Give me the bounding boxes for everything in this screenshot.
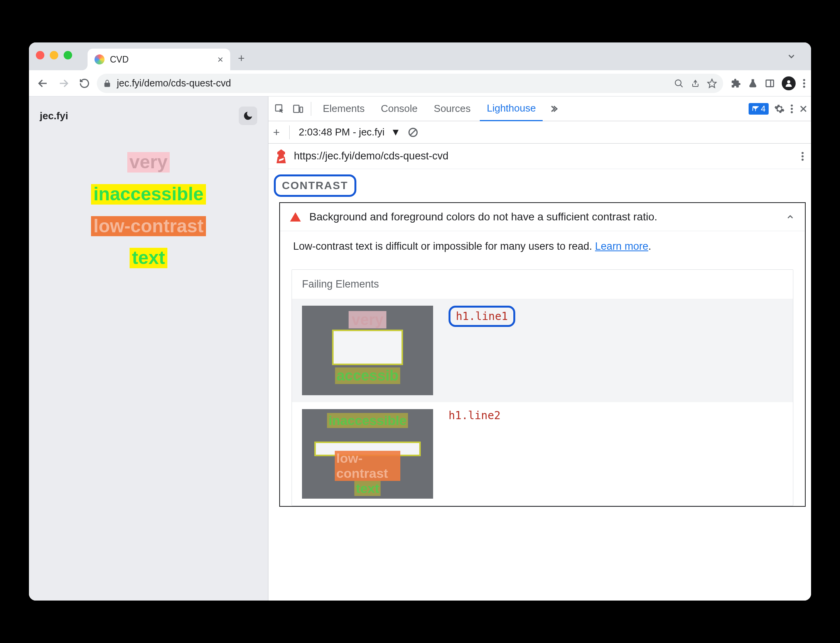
profile-avatar[interactable]: [782, 76, 796, 90]
address-bar[interactable]: jec.fyi/demo/cds-quest-cvd: [97, 74, 723, 93]
svg-point-16: [791, 111, 793, 113]
favicon-icon: [94, 54, 105, 64]
element-thumbnail: inaccessible low-contrast text: [302, 409, 433, 499]
forward-button[interactable]: [55, 75, 72, 92]
failing-elements-box: Failing Elements very accessib h1.line1 …: [292, 269, 793, 506]
audit-card: Background and foreground colors do not …: [279, 202, 806, 507]
device-toolbar-icon[interactable]: [290, 101, 306, 117]
more-tabs-icon[interactable]: [545, 104, 562, 113]
svg-rect-5: [766, 80, 774, 86]
dark-mode-toggle[interactable]: [239, 107, 257, 125]
collapse-chevron-icon[interactable]: [786, 212, 795, 222]
demo-line-4: text: [130, 248, 167, 268]
element-thumbnail: very accessib: [302, 306, 433, 395]
failing-elements-header: Failing Elements: [292, 270, 793, 299]
url-text: jec.fyi/demo/cds-quest-cvd: [117, 78, 668, 89]
devtools-tabbar: Elements Console Sources Lighthouse 4: [268, 96, 811, 121]
dropdown-caret-icon: ▼: [391, 126, 401, 138]
report-timestamp: 2:03:48 PM - jec.fyi: [299, 126, 385, 138]
element-selector: h1.line2: [449, 409, 501, 422]
share-icon[interactable]: [691, 79, 700, 88]
close-tab-icon[interactable]: ×: [218, 54, 223, 66]
svg-point-8: [803, 79, 805, 81]
failing-element-row[interactable]: very accessib h1.line1: [292, 299, 793, 402]
svg-point-7: [787, 80, 790, 83]
svg-marker-4: [708, 79, 716, 88]
svg-point-22: [801, 152, 803, 154]
minimize-window-button[interactable]: [50, 51, 58, 59]
page-title: jec.fyi: [40, 110, 68, 122]
svg-rect-13: [300, 107, 303, 112]
extension-icons: [731, 76, 806, 90]
tab-title: CVD: [110, 54, 212, 65]
failing-element-row[interactable]: inaccessible low-contrast text h1.line2: [292, 402, 793, 506]
lighthouse-url-row: https://jec.fyi/demo/cds-quest-cvd: [268, 144, 811, 169]
warning-triangle-icon: [290, 212, 301, 222]
svg-rect-12: [293, 105, 299, 112]
content-area: jec.fyi very inaccessible low-contrast t…: [29, 96, 811, 601]
svg-rect-21: [278, 154, 284, 157]
svg-point-23: [801, 155, 803, 157]
learn-more-link[interactable]: Learn more: [595, 240, 648, 252]
tab-lighthouse[interactable]: Lighthouse: [480, 96, 543, 121]
panel-icon[interactable]: [765, 78, 775, 88]
tab-console[interactable]: Console: [374, 96, 424, 121]
inspect-element-icon[interactable]: [272, 101, 288, 117]
devtools-menu-icon[interactable]: [790, 104, 793, 114]
report-dropdown[interactable]: 2:03:48 PM - jec.fyi ▼: [299, 126, 401, 138]
tab-elements[interactable]: Elements: [316, 96, 371, 121]
svg-point-24: [801, 158, 803, 160]
maximize-window-button[interactable]: [64, 51, 72, 59]
element-selector: h1.line1: [449, 306, 515, 327]
tab-sources[interactable]: Sources: [427, 96, 477, 121]
svg-point-9: [803, 82, 805, 84]
svg-point-10: [803, 85, 805, 87]
close-window-button[interactable]: [36, 51, 44, 59]
issues-count: 4: [761, 104, 766, 114]
lock-icon: [103, 79, 111, 88]
page-viewport: jec.fyi very inaccessible low-contrast t…: [29, 96, 268, 601]
svg-line-3: [680, 85, 682, 87]
demo-line-2: inaccessible: [91, 184, 206, 205]
demo-line-3: low-contrast: [91, 216, 206, 237]
tabstrip: CVD × +: [29, 42, 811, 70]
demo-content: very inaccessible low-contrast text: [34, 152, 263, 268]
window-controls: [36, 51, 72, 59]
lighthouse-logo-icon: [275, 149, 287, 163]
demo-line-1: very: [127, 152, 170, 173]
svg-line-20: [410, 130, 416, 135]
moon-icon: [243, 110, 253, 121]
labs-icon[interactable]: [748, 78, 758, 88]
svg-point-14: [791, 104, 793, 106]
issues-badge[interactable]: 4: [749, 103, 769, 115]
extensions-icon[interactable]: [731, 78, 741, 88]
audit-description: Low-contrast text is difficult or imposs…: [280, 231, 805, 262]
reload-button[interactable]: [76, 75, 93, 92]
audit-title: Background and foreground colors do not …: [309, 211, 777, 223]
back-button[interactable]: [34, 75, 51, 92]
contrast-section-label: CONTRAST: [274, 174, 356, 197]
bookmark-star-icon[interactable]: [707, 78, 717, 88]
browser-tab[interactable]: CVD ×: [88, 49, 230, 70]
tabs-dropdown-icon[interactable]: [786, 51, 796, 61]
chrome-menu-icon[interactable]: [803, 78, 806, 88]
clear-icon[interactable]: [408, 127, 418, 138]
new-report-icon[interactable]: +: [273, 126, 280, 139]
lighthouse-url: https://jec.fyi/demo/cds-quest-cvd: [294, 150, 794, 162]
svg-point-2: [675, 80, 681, 85]
devtools-panel: Elements Console Sources Lighthouse 4: [268, 96, 811, 601]
close-devtools-icon[interactable]: [799, 104, 808, 113]
browser-window: CVD × + jec.fyi/demo/cds-quest-cvd: [29, 42, 811, 601]
search-icon[interactable]: [674, 78, 684, 88]
svg-point-15: [791, 108, 793, 110]
lighthouse-toolbar: + 2:03:48 PM - jec.fyi ▼: [268, 121, 811, 144]
settings-gear-icon[interactable]: [774, 103, 785, 114]
lighthouse-menu-icon[interactable]: [801, 151, 804, 161]
new-tab-button[interactable]: +: [238, 52, 245, 65]
audit-header[interactable]: Background and foreground colors do not …: [280, 203, 805, 231]
address-toolbar: jec.fyi/demo/cds-quest-cvd: [29, 70, 811, 96]
